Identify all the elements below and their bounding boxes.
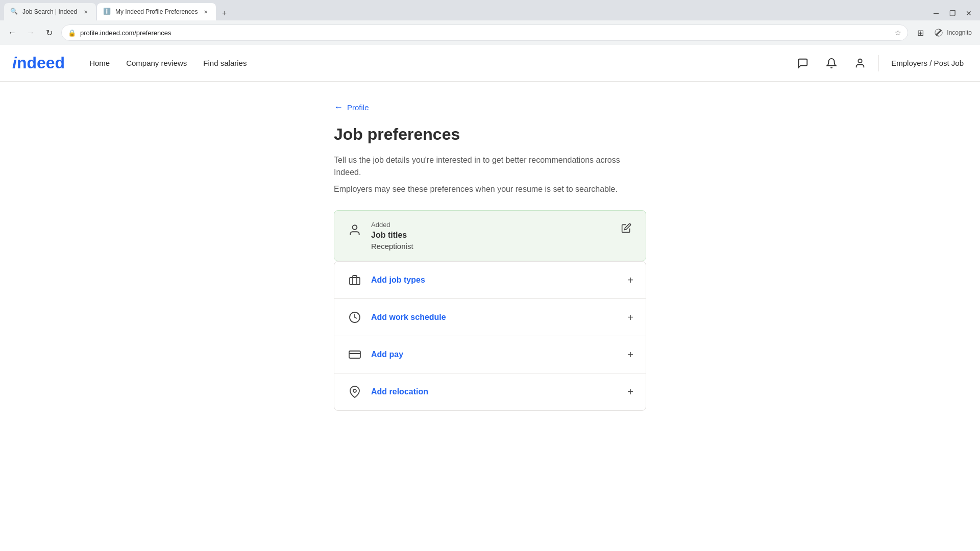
svg-rect-2 xyxy=(350,278,360,285)
add-pay-plus-icon: + xyxy=(627,349,633,361)
add-work-schedule-label: Add work schedule xyxy=(371,313,619,322)
incognito-badge: Incognito xyxy=(929,26,976,40)
tab-close-1[interactable]: ✕ xyxy=(82,8,90,16)
money-icon xyxy=(349,348,361,361)
add-preferences-list: Add job types + Add work schedule + xyxy=(334,261,646,411)
logo-rest: ndeed xyxy=(17,54,65,72)
tab-window-controls: ─ ❐ ✕ xyxy=(929,6,976,20)
edit-pencil-icon xyxy=(621,223,631,233)
add-relocation-row[interactable]: Add relocation + xyxy=(334,373,646,410)
add-relocation-plus-icon: + xyxy=(627,386,633,398)
url-display: profile.indeed.com/preferences xyxy=(80,29,891,37)
incognito-label: Incognito xyxy=(947,29,972,36)
back-link-text: Profile xyxy=(347,103,369,112)
page-description: Tell us the job details you're intereste… xyxy=(334,154,646,179)
job-titles-content: Added Job titles Receptionist xyxy=(371,221,611,251)
job-titles-value: Receptionist xyxy=(371,242,611,251)
add-work-schedule-plus-icon: + xyxy=(627,312,633,323)
svg-point-6 xyxy=(353,389,356,392)
notifications-button[interactable] xyxy=(821,53,842,73)
browser-chrome: 🔍 Job Search | Indeed ✕ ℹ️ My Indeed Pro… xyxy=(0,0,980,45)
new-tab-button[interactable]: + xyxy=(217,6,231,20)
location-pin-icon xyxy=(349,386,361,398)
nav-find-salaries[interactable]: Find salaries xyxy=(195,45,255,82)
person-icon xyxy=(348,223,361,237)
tab-job-search[interactable]: 🔍 Job Search | Indeed ✕ xyxy=(4,3,96,20)
secure-lock-icon: 🔒 xyxy=(68,29,76,37)
forward-button[interactable]: → xyxy=(22,24,39,41)
page-content: indeed Home Company reviews Find salarie… xyxy=(0,45,980,551)
minimize-button[interactable]: ─ xyxy=(929,6,943,20)
briefcase-icon xyxy=(349,274,361,286)
reload-button[interactable]: ↻ xyxy=(41,24,57,41)
incognito-icon xyxy=(934,28,944,38)
page-title: Job preferences xyxy=(334,125,646,144)
svg-point-1 xyxy=(353,225,357,230)
indeed-logo-text: indeed xyxy=(12,54,65,72)
work-schedule-icon xyxy=(347,309,363,325)
extensions-button[interactable]: ⊞ xyxy=(912,24,928,41)
maximize-button[interactable]: ❐ xyxy=(945,6,960,20)
add-pay-label: Add pay xyxy=(371,350,619,359)
tab-profile-preferences[interactable]: ℹ️ My Indeed Profile Preferences ✕ xyxy=(97,3,216,20)
nav-divider xyxy=(878,55,879,71)
add-job-types-label: Add job types xyxy=(371,276,619,285)
nav-links: Home Company reviews Find salaries xyxy=(81,45,255,82)
back-to-profile-link[interactable]: ← Profile xyxy=(334,102,646,113)
back-arrow-icon: ← xyxy=(334,102,343,113)
job-titles-card: Added Job titles Receptionist xyxy=(334,210,646,261)
add-job-types-row[interactable]: Add job types + xyxy=(334,262,646,298)
tab-title-2: My Indeed Profile Preferences xyxy=(115,8,198,15)
tab-title-1: Job Search | Indeed xyxy=(22,8,78,15)
relocation-icon xyxy=(347,384,363,400)
svg-point-0 xyxy=(859,59,862,62)
bell-icon xyxy=(826,58,837,69)
messages-button[interactable] xyxy=(793,53,813,73)
indeed-logo[interactable]: indeed xyxy=(12,54,65,72)
add-job-types-plus-icon: + xyxy=(627,274,633,286)
browser-toolbar: ← → ↻ 🔒 profile.indeed.com/preferences ☆… xyxy=(0,20,980,45)
edit-job-titles-button[interactable] xyxy=(619,221,633,235)
account-button[interactable] xyxy=(850,53,870,73)
browser-tabs: 🔍 Job Search | Indeed ✕ ℹ️ My Indeed Pro… xyxy=(0,0,980,20)
nav-company-reviews[interactable]: Company reviews xyxy=(118,45,195,82)
job-types-icon xyxy=(347,272,363,288)
main-content-area: ← Profile Job preferences Tell us the jo… xyxy=(322,82,658,441)
indeed-navbar: indeed Home Company reviews Find salarie… xyxy=(0,45,980,82)
job-titles-card-inner: Added Job titles Receptionist xyxy=(334,211,646,261)
toolbar-right: ⊞ Incognito xyxy=(912,24,976,41)
address-bar[interactable]: 🔒 profile.indeed.com/preferences ☆ xyxy=(61,24,908,41)
svg-rect-4 xyxy=(349,351,360,358)
job-titles-icon xyxy=(347,222,363,238)
tab-close-2[interactable]: ✕ xyxy=(202,8,210,16)
job-titles-status: Added xyxy=(371,221,611,229)
tab-favicon-1: 🔍 xyxy=(10,8,18,16)
page-note: Employers may see these preferences when… xyxy=(334,185,646,194)
nav-right-icons: Employers / Post Job xyxy=(793,53,968,73)
logo-i: i xyxy=(12,54,17,72)
nav-home[interactable]: Home xyxy=(81,45,118,82)
employers-post-job-link[interactable]: Employers / Post Job xyxy=(887,59,968,67)
job-titles-title: Job titles xyxy=(371,231,611,240)
user-icon xyxy=(854,58,866,69)
add-work-schedule-row[interactable]: Add work schedule + xyxy=(334,298,646,336)
messages-icon xyxy=(797,58,808,69)
add-relocation-label: Add relocation xyxy=(371,387,619,396)
back-button[interactable]: ← xyxy=(4,24,20,41)
pay-icon xyxy=(347,346,363,363)
tab-favicon-2: ℹ️ xyxy=(103,8,111,16)
add-pay-row[interactable]: Add pay + xyxy=(334,336,646,373)
bookmark-icon[interactable]: ☆ xyxy=(895,29,901,37)
close-window-button[interactable]: ✕ xyxy=(962,6,976,20)
clock-icon xyxy=(349,311,361,323)
